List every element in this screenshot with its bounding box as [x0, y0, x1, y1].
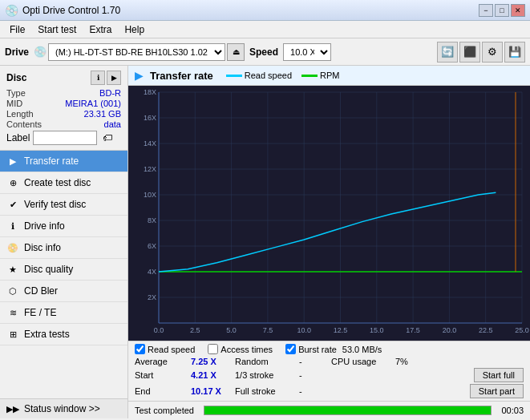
settings-button[interactable]: ⚙ [482, 42, 503, 63]
read-speed-checkbox-text: Read speed [148, 345, 195, 354]
type-value: BD-R [99, 88, 121, 98]
drive-selector-wrap: 💿 (M:) HL-DT-ST BD-RE BH10LS30 1.02 ⏏ [34, 43, 245, 61]
disc-mid-row: MID MEIRA1 (001) [6, 99, 121, 108]
contents-value: data [104, 119, 121, 129]
chart-title-icon: ▶ [135, 69, 144, 82]
random-value: - [299, 357, 331, 366]
nav-item-fe-te[interactable]: ≋ FE / TE [0, 302, 127, 324]
nav-verify-test-disc-label: Verify test disc [24, 199, 86, 210]
nav-item-drive-info[interactable]: ℹ Drive info [0, 216, 127, 237]
average-value: 7.25 X [191, 357, 235, 366]
nav-transfer-rate-label: Transfer rate [24, 155, 79, 167]
verify-test-disc-icon: ✔ [6, 198, 19, 211]
stats-row-average: Average 7.25 X Random - CPU usage 7% [135, 357, 524, 366]
title-bar: 💿 Opti Drive Control 1.70 − □ ✕ [0, 0, 530, 21]
refresh-button[interactable]: 🔄 [437, 42, 458, 63]
mid-value: MEIRA1 (001) [65, 99, 121, 108]
end-label: End [135, 386, 191, 396]
menu-extra[interactable]: Extra [83, 22, 118, 37]
burst-rate-checkbox-text: Burst rate [298, 345, 337, 354]
cpu-label: CPU usage [331, 357, 395, 366]
app-title: Opti Drive Control 1.70 [22, 5, 120, 16]
chart-header: ▶ Transfer rate Read speed RPM [128, 66, 530, 86]
access-times-checkbox-label[interactable]: Access times [208, 344, 273, 354]
disc-info-button[interactable]: ℹ [91, 71, 105, 85]
legend-read-speed-label: Read speed [245, 71, 292, 80]
create-test-disc-icon: ⊕ [6, 176, 19, 189]
cpu-value: 7% [395, 357, 443, 366]
nav-fe-te-label: FE / TE [24, 307, 56, 318]
menu-file[interactable]: File [3, 22, 31, 37]
drive-bar: Drive 💿 (M:) HL-DT-ST BD-RE BH10LS30 1.0… [0, 38, 530, 66]
nav-item-transfer-rate[interactable]: ▶ Transfer rate [0, 151, 127, 172]
type-label: Type [6, 88, 26, 98]
progress-bar [204, 406, 491, 414]
drive-select[interactable]: (M:) HL-DT-ST BD-RE BH10LS30 1.02 [48, 43, 225, 61]
nav-item-cd-bler[interactable]: ⬡ CD Bler [0, 281, 127, 302]
nav-create-test-disc-label: Create test disc [24, 177, 91, 188]
disc-action-button[interactable]: ▶ [107, 71, 121, 85]
toolbar-buttons: 🔄 ⬛ ⚙ 💾 [437, 42, 525, 63]
stats-row-end: End 10.17 X Full stroke - Start part [135, 384, 524, 398]
start-part-button[interactable]: Start part [470, 384, 524, 398]
burst-rate-checkbox-label[interactable]: Burst rate 53.0 MB/s [285, 344, 382, 354]
disc-label-row: Label 🏷 [6, 131, 121, 145]
disc-panel: Disc ℹ ▶ Type BD-R MID MEIRA1 (001) Leng… [0, 66, 127, 151]
menu-help[interactable]: Help [118, 22, 151, 37]
status-window-item[interactable]: ▶▶ Status window >> [0, 398, 127, 418]
legend-read-speed: Read speed [226, 71, 292, 80]
fe-te-icon: ≋ [6, 306, 19, 319]
extra-tests-icon: ⊞ [6, 328, 19, 341]
disc-contents-row: Contents data [6, 119, 121, 129]
minimize-button[interactable]: − [479, 4, 493, 17]
stats-row-start: Start 4.21 X 1/3 stroke - Start full [135, 368, 524, 382]
length-label: Length [6, 109, 34, 119]
transfer-rate-icon: ▶ [6, 155, 19, 168]
status-window-icon: ▶▶ [6, 402, 19, 415]
label-input[interactable] [33, 131, 97, 145]
speed-label: Speed [249, 46, 278, 58]
nav-extra-tests-label: Extra tests [24, 329, 70, 340]
full-stroke-label: Full stroke [235, 386, 299, 396]
stop-button[interactable]: ⬛ [459, 42, 480, 63]
menu-bar: File Start test Extra Help [0, 21, 530, 38]
cd-bler-icon: ⬡ [6, 285, 19, 297]
read-speed-checkbox[interactable] [135, 344, 145, 354]
drive-info-icon: ℹ [6, 220, 19, 232]
speed-select[interactable]: 10.0 X [283, 43, 331, 61]
maximize-button[interactable]: □ [495, 4, 509, 17]
mid-label: MID [6, 99, 22, 108]
nav-item-disc-info[interactable]: 📀 Disc info [0, 237, 127, 259]
status-time: 00:03 [501, 406, 524, 415]
access-times-checkbox-text: Access times [220, 345, 273, 354]
read-speed-checkbox-label[interactable]: Read speed [135, 344, 195, 354]
eject-button[interactable]: ⏏ [227, 43, 245, 61]
nav-item-extra-tests[interactable]: ⊞ Extra tests [0, 324, 127, 345]
nav-disc-quality-label: Disc quality [24, 264, 73, 275]
stroke13-label: 1/3 stroke [235, 370, 299, 380]
nav-drive-info-label: Drive info [24, 220, 65, 232]
window-controls: − □ ✕ [479, 4, 525, 17]
start-full-button[interactable]: Start full [474, 368, 524, 382]
nav-item-create-test-disc[interactable]: ⊕ Create test disc [0, 172, 127, 194]
legend-rpm-color [301, 75, 318, 77]
drive-icon: 💿 [34, 46, 47, 58]
nav-item-disc-quality[interactable]: ★ Disc quality [0, 259, 127, 281]
chart-bottom: Read speed Access times Burst rate 53.0 … [128, 341, 530, 401]
length-value: 23.31 GB [84, 109, 121, 119]
status-text: Test completed [135, 406, 194, 415]
close-button[interactable]: ✕ [511, 4, 525, 17]
save-button[interactable]: 💾 [504, 42, 525, 63]
disc-section-title: Disc [6, 72, 26, 83]
access-times-checkbox[interactable] [208, 344, 218, 354]
drive-label: Drive [5, 46, 29, 58]
disc-info-icon: 📀 [6, 241, 19, 254]
nav-items: ▶ Transfer rate ⊕ Create test disc ✔ Ver… [0, 151, 127, 398]
burst-rate-checkbox[interactable] [285, 344, 296, 354]
label-action-button[interactable]: 🏷 [100, 131, 115, 145]
nav-item-verify-test-disc[interactable]: ✔ Verify test disc [0, 194, 127, 216]
progress-bar-wrap [204, 406, 492, 415]
menu-start-test[interactable]: Start test [31, 22, 83, 37]
app-icon: 💿 [5, 4, 18, 17]
legend-rpm: RPM [301, 71, 339, 80]
